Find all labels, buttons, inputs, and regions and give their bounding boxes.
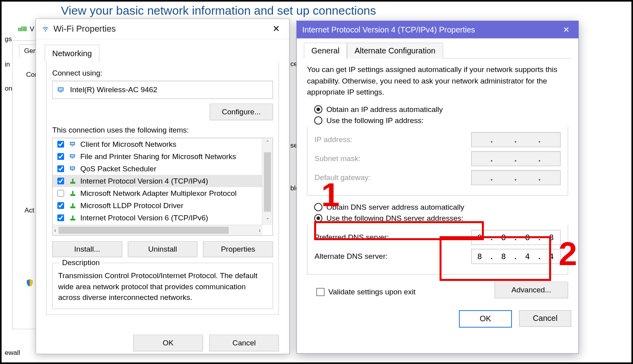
octet: 4 [525,252,531,261]
octet: 8 [549,233,555,242]
svg-rect-3 [59,92,62,93]
octet: 8 [477,233,483,242]
network-icon [69,190,76,197]
subnet-label: Subnet mask: [315,154,360,163]
item-label: QoS Packet Scheduler [80,165,156,173]
svg-rect-9 [71,157,73,158]
pref-dns-field[interactable]: 8. 8. 8. 8 [471,230,561,245]
ok-button[interactable]: OK [133,335,203,351]
wifi-status: ııllll V [18,25,34,33]
scroll-up-icon[interactable]: ˄ [265,138,271,148]
gateway-label: Default gateway: [315,173,371,182]
radio-ip-manual-label: Use the following IP address: [326,116,424,125]
radio-icon [314,203,322,211]
description-text: Transmission Control Protocol/Internet P… [58,270,267,303]
ok-button[interactable]: OK [459,310,512,328]
alt-dns-field[interactable]: 8. 8. 4. 4 [471,249,561,264]
radio-ip-manual[interactable]: Use the following IP address: [314,116,568,125]
item-label: File and Printer Sharing for Microsoft N… [80,152,236,161]
vertical-scrollbar[interactable]: ˄ ˅ [262,138,273,225]
item-checkbox[interactable] [57,153,64,160]
tab-general[interactable]: General [304,43,347,59]
bg-text-ing: in [5,61,10,68]
uninstall-button[interactable]: Uninstall [128,241,198,257]
ipv4-properties-dialog: Internet Protocol Version 4 (TCP/IPv4) P… [296,21,579,354]
scroll-left-icon[interactable]: ‹ [53,226,58,235]
install-button[interactable]: Install... [52,241,122,257]
items-scroll-area[interactable]: Client for Microsoft NetworksFile and Pr… [53,138,262,225]
radio-dns-manual[interactable]: Use the following DNS server addresses: [314,214,568,223]
radio-dns-manual-label: Use the following DNS server addresses: [326,214,463,223]
radio-dns-auto[interactable]: Obtain DNS server address automatically [314,203,568,212]
wifi-status-text: V [30,25,34,33]
signal-icon: ııllll [18,25,27,33]
list-item[interactable]: Microsoft LLDP Protocol Driver [53,199,262,212]
list-item[interactable]: File and Printer Sharing for Microsoft N… [53,150,262,163]
svg-rect-15 [70,194,76,196]
list-item[interactable]: Client for Microsoft Networks [53,138,262,150]
dns-fields-group: Preferred DNS server: 8. 8. 8. 8 Alterna… [307,224,568,275]
item-checkbox[interactable] [57,178,64,184]
item-checkbox[interactable] [57,190,64,197]
svg-rect-18 [72,203,74,206]
adapter-name: Intel(R) Wireless-AC 9462 [70,85,157,94]
properties-button[interactable]: Properties [203,241,273,257]
items-label: This connection uses the following items… [52,126,273,135]
dialog-titlebar[interactable]: Internet Protocol Version 4 (TCP/IPv4) P… [297,21,578,38]
cancel-button[interactable]: Cancel [209,335,279,351]
svg-rect-16 [72,191,74,194]
item-checkbox[interactable] [57,165,64,172]
connect-using-label: Connect using: [52,69,273,78]
intro-text: You can get IP settings assigned automat… [307,64,568,98]
validate-checkbox[interactable]: Validate settings upon exit [316,288,415,296]
adapter-field[interactable]: Intel(R) Wireless-AC 9462 [52,81,273,99]
bg-text-settings: gs [5,35,12,43]
dialog-title-text: Internet Protocol Version 4 (TCP/IPv4) P… [302,25,475,34]
svg-rect-6 [71,145,73,146]
svg-rect-14 [72,178,74,182]
octet: 8 [525,233,531,242]
scroll-thumb-h[interactable] [59,227,229,234]
svg-rect-11 [71,167,74,169]
horizontal-scrollbar[interactable]: ‹ › [53,225,262,235]
configure-button[interactable]: Configure... [210,104,273,120]
svg-rect-5 [71,142,74,144]
shield-icon [25,279,34,287]
adapter-icon [57,86,66,93]
monitor-icon [69,141,76,148]
svg-rect-20 [72,215,74,218]
validate-label: Validate settings upon exit [328,288,415,296]
svg-rect-13 [70,182,76,184]
list-item[interactable]: Microsoft Network Adapter Multiplexor Pr… [53,187,262,199]
scroll-right-icon[interactable]: › [257,226,262,235]
network-icon [69,178,76,185]
cancel-button[interactable]: Cancel [519,310,571,327]
radio-ip-auto[interactable]: Obtain an IP address automatically [314,105,568,114]
list-item[interactable]: Internet Protocol Version 6 (TCP/IPv6) [53,212,262,224]
radio-ip-auto-label: Obtain an IP address automatically [326,105,443,114]
list-item[interactable]: QoS Packet Scheduler [53,163,262,175]
item-checkbox[interactable] [57,141,64,148]
tab-alternate[interactable]: Alternate Configuration [347,43,443,59]
wifi-properties-dialog: Wi-Fi Properties ✕ Networking Connect us… [36,19,290,354]
subnet-field: ... [471,151,561,166]
dialog-titlebar[interactable]: Wi-Fi Properties ✕ [36,19,289,39]
octet: 8 [501,252,507,261]
scroll-thumb[interactable] [264,152,271,212]
item-label: Client for Microsoft Networks [80,140,176,149]
tab-networking[interactable]: Networking [45,45,99,62]
advanced-button[interactable]: Advanced... [495,282,568,298]
list-item[interactable]: Internet Protocol Version 4 (TCP/IPv4) [53,175,262,187]
bg-text-on: on [5,85,12,93]
description-group: Description Transmission Control Protoco… [52,263,273,309]
radio-icon [314,116,322,125]
svg-rect-17 [70,206,76,208]
svg-rect-19 [70,218,76,220]
scroll-down-icon[interactable]: ˅ [265,216,271,225]
close-button[interactable]: ✕ [560,23,573,36]
item-checkbox[interactable] [57,202,64,209]
close-button[interactable]: ✕ [269,21,284,36]
ip-fields-group: IP address: ... Subnet mask: ... Default… [307,127,568,196]
gateway-field: ... [471,170,561,185]
item-checkbox[interactable] [57,214,64,221]
